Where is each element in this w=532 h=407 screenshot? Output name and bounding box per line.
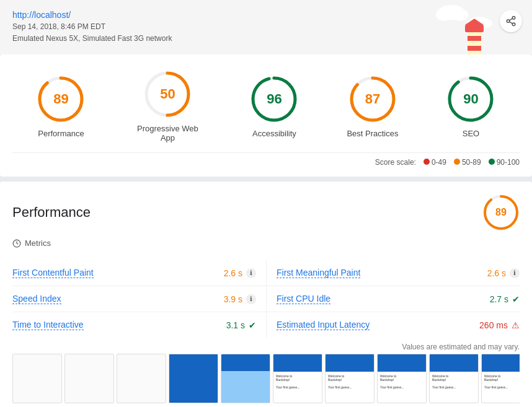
svg-point-2	[452, 9, 468, 21]
score-scale: Score scale: 0-49 50-89 90-100	[12, 152, 520, 167]
timer-icon	[12, 239, 21, 248]
film-frame-5	[221, 354, 270, 403]
metric-val-si: 3.9 s	[224, 294, 242, 304]
metrics-label: Metrics	[25, 239, 51, 248]
svg-point-15	[512, 23, 515, 26]
score-label-accessibility: Accessibility	[252, 129, 296, 138]
score-circle-seo: 90	[446, 74, 495, 124]
header: http://localhost/ Sep 14, 2018, 8:46 PM …	[0, 0, 532, 55]
metric-check-fci: ✔	[512, 294, 520, 304]
metric-row-si: Speed Index 3.9 s ℹ	[12, 286, 266, 312]
score-value-performance: 89	[53, 91, 68, 107]
score-label-seo: SEO	[463, 129, 479, 138]
metric-val-fcp: 2.6 s	[224, 268, 242, 278]
metric-warn-eil: ⚠	[512, 320, 520, 330]
svg-point-1	[436, 9, 452, 21]
performance-title: Performance	[12, 204, 91, 221]
filmstrip: Welcome toBackdrop!Your first guess... W…	[12, 354, 520, 403]
metric-name-fmp[interactable]: First Meaningful Paint	[277, 268, 360, 278]
metric-val-fmp: 2.6 s	[487, 268, 506, 278]
film-frame-10: Welcome toBackdrop!Your first guess...	[481, 354, 520, 403]
svg-line-17	[509, 19, 512, 20]
metrics-header: Metrics	[12, 239, 520, 253]
metrics-left-col: First Contentful Paint 2.6 s ℹ Speed Ind…	[12, 260, 266, 338]
score-value-accessibility: 96	[267, 91, 282, 107]
svg-point-14	[507, 20, 510, 23]
metric-value-eil: 260 ms ⚠	[479, 320, 520, 330]
performance-header: Performance 89	[12, 194, 520, 231]
score-performance[interactable]: 89 Performance	[36, 74, 86, 138]
scale-green: 90-100	[489, 158, 520, 167]
metric-val-eil: 260 ms	[479, 320, 508, 330]
metric-name-eil[interactable]: Estimated Input Latency	[277, 320, 370, 330]
metric-val-tti: 3.1 s	[226, 320, 245, 330]
metric-info-si[interactable]: ℹ	[246, 294, 256, 304]
filmstrip-note: Values are estimated and may vary.	[12, 338, 520, 354]
score-scale-label: Score scale:	[375, 158, 416, 167]
score-best-practices[interactable]: 87 Best Practices	[347, 74, 398, 138]
film-frame-4	[169, 354, 218, 403]
svg-point-13	[512, 17, 515, 20]
scale-orange: 50-89	[454, 158, 481, 167]
score-pwa[interactable]: 50 Progressive Web App	[133, 69, 202, 142]
score-circle-accessibility: 96	[249, 74, 299, 124]
metric-name-si[interactable]: Speed Index	[12, 294, 61, 304]
score-circle-best-practices: 87	[348, 74, 397, 124]
metric-value-tti: 3.1 s ✔	[226, 320, 256, 330]
performance-score-value: 89	[495, 207, 507, 218]
lighthouse-illustration	[433, 0, 495, 55]
scores-panel: 89 Performance 50 Progressive Web App	[0, 55, 532, 177]
score-circle-performance: 89	[36, 74, 86, 124]
score-value-seo: 90	[463, 91, 478, 107]
performance-score-circle: 89	[482, 194, 520, 231]
metric-info-fmp[interactable]: ℹ	[510, 268, 520, 278]
metric-name-fci[interactable]: First CPU Idle	[277, 294, 330, 304]
film-frame-8: Welcome toBackdrop!Your first guess...	[377, 354, 427, 403]
metrics-grid: First Contentful Paint 2.6 s ℹ Speed Ind…	[12, 260, 520, 338]
score-label-performance: Performance	[38, 129, 84, 138]
metric-value-fcp: 2.6 s ℹ	[224, 268, 256, 278]
metric-row-fci: First CPU Idle 2.7 s ✔	[266, 286, 520, 312]
metric-check-tti: ✔	[249, 320, 256, 330]
score-seo[interactable]: 90 SEO	[446, 74, 495, 138]
metric-info-fcp[interactable]: ℹ	[246, 268, 256, 278]
score-accessibility[interactable]: 96 Accessibility	[249, 74, 299, 138]
svg-rect-6	[468, 31, 481, 55]
metric-val-fci: 2.7 s	[490, 294, 508, 304]
score-value-pwa: 50	[160, 86, 175, 102]
score-label-best-practices: Best Practices	[347, 129, 398, 138]
share-button[interactable]	[500, 10, 522, 32]
metric-row-eil: Estimated Input Latency 260 ms ⚠	[266, 312, 520, 338]
svg-rect-10	[465, 25, 484, 32]
metric-value-si: 3.9 s ℹ	[224, 294, 256, 304]
metric-name-tti[interactable]: Time to Interactive	[12, 320, 84, 330]
score-circle-pwa: 50	[143, 69, 192, 119]
metric-value-fmp: 2.6 s ℹ	[487, 268, 520, 278]
performance-section: Performance 89 Metrics First Contentful …	[0, 182, 532, 407]
metric-row-fmp: First Meaningful Paint 2.6 s ℹ	[266, 260, 520, 286]
film-frame-3	[117, 354, 166, 403]
film-frame-2	[64, 354, 114, 403]
scores-row: 89 Performance 50 Progressive Web App	[12, 69, 520, 142]
film-frame-6: Welcome toBackdrop!Your first guess...	[273, 354, 322, 403]
score-label-pwa: Progressive Web App	[133, 124, 202, 142]
film-frame-7: Welcome toBackdrop!Your first guess...	[325, 354, 375, 403]
metric-value-fci: 2.7 s ✔	[490, 294, 520, 304]
svg-rect-8	[468, 46, 481, 51]
metric-row-fcp: First Contentful Paint 2.6 s ℹ	[12, 260, 266, 286]
film-frame-1	[12, 354, 62, 403]
svg-line-16	[509, 22, 512, 24]
film-frame-9: Welcome toBackdrop!Your first guess...	[429, 354, 479, 403]
metric-row-tti: Time to Interactive 3.1 s ✔	[12, 312, 266, 338]
score-value-best-practices: 87	[365, 91, 380, 107]
metrics-right-col: First Meaningful Paint 2.6 s ℹ First CPU…	[266, 260, 520, 338]
svg-rect-7	[468, 36, 481, 41]
scale-red: 0-49	[423, 158, 446, 167]
metric-name-fcp[interactable]: First Contentful Paint	[12, 268, 94, 278]
